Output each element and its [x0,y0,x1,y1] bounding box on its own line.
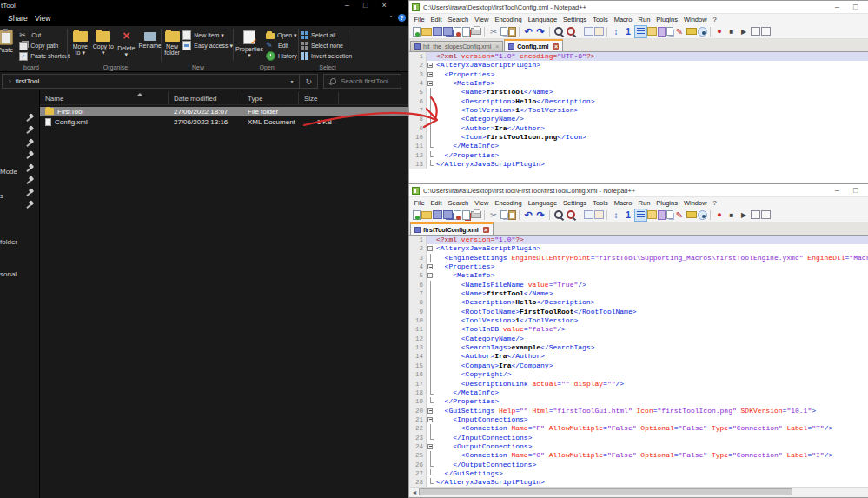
replace-icon[interactable] [566,209,577,221]
macro-multi-icon[interactable] [761,27,771,36]
menu-edit[interactable]: Edit [427,16,445,23]
macro-multi-icon[interactable] [761,210,771,219]
menu-settings[interactable]: Settings [560,16,590,23]
find-icon[interactable] [553,209,565,221]
menu-tools[interactable]: Tools [590,16,612,23]
sync-scroll-v-icon[interactable] [611,209,622,221]
ribbon-button-edit[interactable]: Edit [266,41,297,50]
ribbon-button-paste[interactable]: Paste [0,28,17,53]
clone-document-icon[interactable] [666,210,673,219]
find-icon[interactable] [553,26,565,37]
ribbon-button-move-to[interactable]: Move to ▾ [70,28,91,56]
menu-run[interactable]: Run [635,16,653,23]
redo-icon[interactable] [535,209,547,221]
sidebar-item-fragment[interactable]: s [0,192,3,200]
show-all-chars-icon[interactable] [647,210,657,219]
redo-icon[interactable] [535,26,547,37]
search-box[interactable]: Search firstTool [323,74,401,89]
titlebar[interactable]: C:\Users\irawa\Desktop\firstTool\FirstTo… [409,184,868,197]
copy-icon[interactable] [500,210,507,219]
fold-marker-icon[interactable] [427,244,434,253]
close-icon[interactable] [454,210,461,220]
macro-stop-icon[interactable] [726,209,738,221]
word-wrap-icon[interactable] [635,26,646,37]
menu-settings[interactable]: Settings [560,199,590,207]
ribbon-button-new-folder[interactable]: New folder [163,28,181,56]
print-icon[interactable] [471,211,481,218]
ribbon-collapse-icon[interactable]: ⌃ [388,15,394,22]
new-file-icon[interactable] [413,27,421,37]
ribbon-button-copy-to[interactable]: Copy to ▾ [93,28,115,56]
show-all-chars-icon[interactable] [647,27,657,36]
ribbon-tab-share[interactable]: Share [8,14,28,23]
ribbon-button-delete[interactable]: Delete ▾ [116,28,137,58]
monitoring-icon[interactable] [686,28,697,35]
menu-tools[interactable]: Tools [590,199,612,207]
edit-marker-icon[interactable] [674,26,686,37]
save-icon[interactable] [433,27,442,36]
cut-icon[interactable] [488,209,500,221]
ribbon-button-properties[interactable]: Properties ▾ [235,28,264,59]
tab-config-xml[interactable]: Config.xml× [504,39,563,51]
indent-guide-icon[interactable] [658,27,666,37]
ribbon-tab-view[interactable]: View [35,14,50,23]
replace-icon[interactable] [566,26,577,37]
ribbon-button-open[interactable]: Open ▾ [266,30,297,40]
fold-marker-icon[interactable] [427,79,434,88]
menu-window[interactable]: Window [680,16,710,23]
sync-scroll-h-icon[interactable] [623,26,634,37]
ribbon-button-copy-path[interactable]: Copy path [19,41,70,50]
clone-document-icon[interactable] [666,27,673,36]
menu-view[interactable]: View [472,16,492,23]
paste-icon[interactable] [508,27,516,37]
maximize-button[interactable]: □ [853,3,858,11]
maximize-button[interactable]: □ [363,1,368,10]
edit-marker-icon[interactable] [674,209,686,221]
open-file-icon[interactable] [421,28,432,36]
editor[interactable]: 1<?xml version="1.0"?>2<AlteryxJavaScrip… [409,236,868,488]
menu-macro[interactable]: Macro [611,16,635,23]
menu-search[interactable]: Search [445,16,472,23]
sidebar-item-fragment[interactable]: Mode [0,168,17,176]
fold-marker-icon[interactable] [427,442,434,451]
close-all-icon[interactable] [462,210,470,220]
menu-macro[interactable]: Macro [611,199,635,207]
menu-plugins[interactable]: Plugins [653,16,681,23]
help-icon[interactable]: ? [398,14,406,22]
macro-save-icon[interactable] [751,27,760,36]
undo-icon[interactable] [523,209,534,221]
menu-window[interactable]: Window [680,199,710,207]
titlebar[interactable]: C:\Users\irawa\Desktop\firstTool\Config.… [409,1,868,14]
tab-hit-the-slopesconfig-xml[interactable]: hit_the_slopesConfig.xml× [410,41,503,51]
ribbon-button-rename[interactable]: Rename [139,28,162,49]
refresh-icon[interactable]: ↻ [299,75,317,88]
ribbon-button-paste-shortcut[interactable]: Paste shortcut [19,51,70,61]
minimize-button[interactable]: – [345,1,349,10]
fold-marker-icon[interactable] [427,407,434,415]
file-row-config-xml[interactable]: Config.xml27/06/2022 13:16XML Document1 … [40,117,408,127]
sync-scroll-v-icon[interactable] [611,26,622,37]
tab-close-icon[interactable]: × [495,43,499,50]
indent-guide-icon[interactable] [658,210,666,220]
address-dropdown-icon[interactable]: ▾ [284,78,299,84]
menu-encoding[interactable]: Encoding [492,16,525,23]
ribbon-button-easy-access[interactable]: Easy access ▾ [182,41,233,50]
macro-play-icon[interactable] [739,209,750,221]
maximize-button[interactable]: □ [853,186,858,195]
word-wrap-icon[interactable] [635,209,646,221]
macro-save-icon[interactable] [751,210,760,219]
ribbon-button-select-all[interactable]: Select all [301,30,352,40]
menu-edit[interactable]: Edit [427,199,445,207]
save-all-icon[interactable] [443,27,453,36]
column-header-name[interactable]: Name [40,92,169,104]
fold-marker-icon[interactable] [427,262,434,271]
menu-run[interactable]: Run [635,199,653,207]
save-icon[interactable] [433,210,442,219]
macro-stop-icon[interactable] [726,26,738,37]
open-file-icon[interactable] [421,211,432,219]
cut-icon[interactable] [488,26,500,37]
macro-record-icon[interactable] [714,209,726,221]
minimize-button[interactable]: – [835,186,839,195]
close-button[interactable]: × [381,1,386,10]
editor[interactable]: 1<?xml version="1.0" encoding="UTF-8"?>2… [409,52,868,186]
